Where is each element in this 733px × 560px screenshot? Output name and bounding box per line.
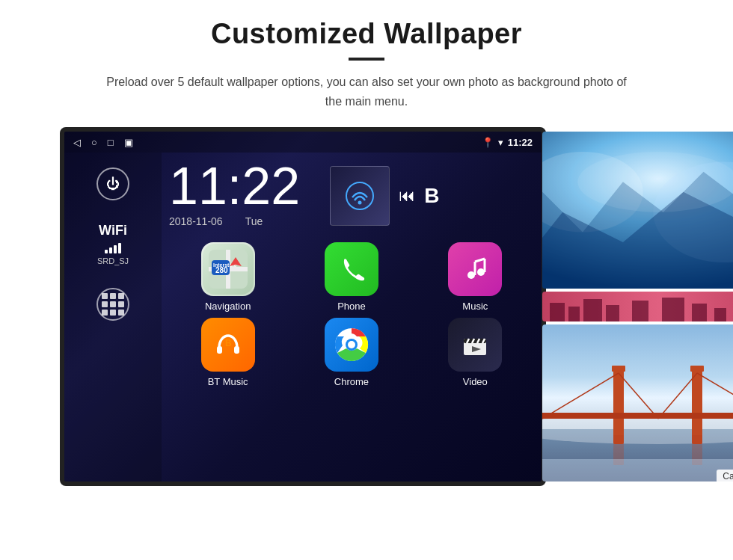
clock-display: 11:22 2018-11-06 Tue <box>169 160 300 227</box>
title-divider <box>349 58 384 61</box>
wifi-ssid: SRD_SJ <box>97 256 129 265</box>
svg-rect-51 <box>542 413 733 419</box>
status-time: 11:22 <box>508 137 533 148</box>
svg-rect-15 <box>217 346 222 354</box>
app-navigation[interactable]: Interstate 280 Navigation <box>169 242 286 312</box>
clock-day-value: Tue <box>245 215 263 227</box>
city-svg <box>542 292 733 321</box>
location-icon: 📍 <box>482 137 494 148</box>
phone-label: Phone <box>337 301 366 312</box>
status-bar: ◁ ○ □ ▣ 📍 ▾ 11:22 <box>64 132 542 153</box>
main-area: ⏻ WiFi SRD_SJ <box>64 153 542 481</box>
phone-icon <box>325 242 378 296</box>
nav-buttons: ◁ ○ □ ▣ <box>73 137 133 148</box>
music-label: Music <box>462 301 488 312</box>
bridge-svg <box>542 324 733 481</box>
apps-grid-icon <box>102 293 124 316</box>
app-phone[interactable]: Phone <box>292 242 410 312</box>
bt-icon: B <box>201 318 255 372</box>
clock-time: 11:22 <box>169 160 300 212</box>
svg-rect-43 <box>714 308 726 321</box>
wifi-bar-1 <box>105 250 108 253</box>
svg-text:280: 280 <box>215 266 228 274</box>
media-b-label: B <box>424 184 439 208</box>
svg-rect-50 <box>692 369 702 444</box>
navigation-icon: Interstate 280 <box>201 242 255 296</box>
wifi-bars <box>105 241 121 253</box>
carsetting-label[interactable]: CarSetting <box>717 470 733 483</box>
svg-rect-57 <box>690 366 704 372</box>
wifi-bar-2 <box>109 247 112 253</box>
video-svg <box>460 330 490 360</box>
home-icon[interactable]: ○ <box>91 137 97 148</box>
bt-svg: B <box>213 330 243 360</box>
back-icon[interactable]: ◁ <box>73 137 81 148</box>
left-sidebar: ⏻ WiFi SRD_SJ <box>64 153 162 481</box>
wifi-status-icon: ▾ <box>498 137 503 148</box>
center-content: 11:22 2018-11-06 Tue <box>162 153 542 481</box>
recent-icon[interactable]: □ <box>108 137 114 148</box>
svg-rect-49 <box>613 369 624 444</box>
screenshot-icon[interactable]: ▣ <box>124 137 133 148</box>
app-bt-music[interactable]: B BT Music <box>169 318 286 387</box>
prev-track-icon[interactable]: ⏮ <box>399 186 415 206</box>
wifi-label: WiFi <box>99 223 127 239</box>
clock-area: 11:22 2018-11-06 Tue <box>169 160 534 227</box>
android-screen: ◁ ○ □ ▣ 📍 ▾ 11:22 ⏻ <box>60 127 546 486</box>
svg-rect-40 <box>632 301 648 321</box>
wallpaper-ice-cave <box>542 132 733 289</box>
svg-point-33 <box>577 152 733 212</box>
ice-cave-svg <box>542 132 733 289</box>
svg-rect-56 <box>612 366 625 372</box>
svg-point-20 <box>348 341 355 348</box>
power-button[interactable]: ⏻ <box>96 167 129 200</box>
app-video[interactable]: Video <box>417 318 534 387</box>
svg-rect-16 <box>234 346 239 354</box>
wifi-bar-4 <box>118 243 121 253</box>
music-icon <box>448 242 502 296</box>
app-chrome[interactable]: Chrome <box>292 318 410 387</box>
app-music[interactable]: Music <box>417 242 534 312</box>
wallpaper-city <box>542 292 733 321</box>
video-icon <box>448 318 502 372</box>
chrome-svg <box>333 326 370 363</box>
wallpaper-panels: CarSetting <box>542 132 733 481</box>
svg-rect-38 <box>583 299 602 321</box>
svg-point-1 <box>358 201 362 205</box>
page-title: Customized Wallpaper <box>211 18 522 50</box>
nav-map-svg: Interstate 280 <box>203 244 254 295</box>
video-label: Video <box>463 376 488 387</box>
svg-rect-39 <box>606 305 619 321</box>
svg-rect-42 <box>692 304 707 321</box>
media-art-icon <box>345 181 375 211</box>
chrome-label: Chrome <box>334 376 369 387</box>
power-icon: ⏻ <box>106 176 120 192</box>
svg-rect-60 <box>542 459 733 481</box>
device-wrapper: ◁ ○ □ ▣ 📍 ▾ 11:22 ⏻ <box>60 127 673 486</box>
svg-text:B: B <box>225 338 232 348</box>
clock-date: 2018-11-06 Tue <box>169 215 263 227</box>
status-indicators: 📍 ▾ 11:22 <box>482 137 533 148</box>
apps-button[interactable] <box>96 288 129 321</box>
chrome-icon <box>325 318 378 372</box>
wifi-widget: WiFi SRD_SJ <box>97 223 129 265</box>
clock-date-value: 2018-11-06 <box>169 215 223 227</box>
phone-svg <box>337 254 366 284</box>
page-container: Customized Wallpaper Preload over 5 defa… <box>0 0 733 560</box>
wallpaper-bridge <box>542 324 733 481</box>
music-svg <box>460 254 490 284</box>
svg-rect-37 <box>568 307 580 321</box>
svg-rect-36 <box>550 303 565 321</box>
svg-line-14 <box>475 259 485 262</box>
media-controls: ⏮ B <box>330 166 439 226</box>
navigation-label: Navigation <box>205 301 251 312</box>
page-subtitle: Preload over 5 default wallpaper options… <box>105 73 628 111</box>
app-grid: Interstate 280 Navigation <box>169 242 534 387</box>
wifi-bar-3 <box>114 245 117 253</box>
bt-music-label: BT Music <box>208 376 248 387</box>
media-art <box>330 166 390 226</box>
svg-rect-41 <box>662 298 684 321</box>
